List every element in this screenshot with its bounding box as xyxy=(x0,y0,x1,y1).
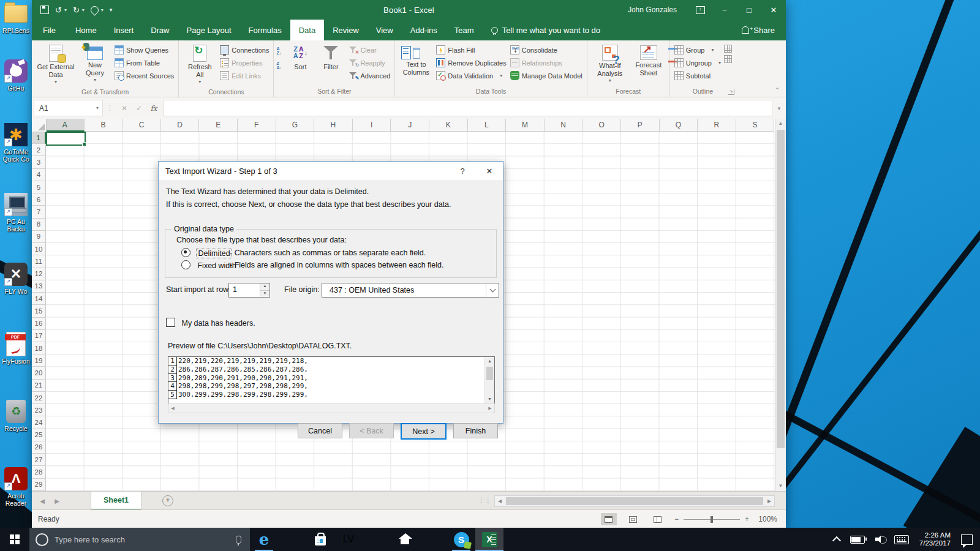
taskbar-app-internet-explorer[interactable] xyxy=(363,528,391,551)
scroll-down-icon[interactable]: ▼ xyxy=(775,481,786,491)
column-header-s[interactable]: S xyxy=(736,119,775,132)
undo-icon[interactable]: ↺ xyxy=(55,6,62,14)
signed-in-user[interactable]: John Gonzales xyxy=(628,6,677,14)
tab-insert[interactable]: Insert xyxy=(105,20,143,40)
row-header-1[interactable]: 1 xyxy=(32,132,46,144)
new-query-button[interactable]: New Query▾ xyxy=(77,42,113,86)
what-if-analysis-button[interactable]: What-If Analysis▾ xyxy=(590,42,630,86)
forecast-sheet-button[interactable]: Forecast Sheet xyxy=(630,42,667,78)
vertical-scrollbar[interactable]: ▲ ▼ xyxy=(775,119,786,491)
scroll-up-icon[interactable]: ▲ xyxy=(775,119,786,129)
row-header-25[interactable]: 25 xyxy=(32,429,46,441)
connections-button[interactable]: Connections xyxy=(218,43,271,56)
tab-formulas[interactable]: Formulas xyxy=(240,20,290,40)
tab-draw[interactable]: Draw xyxy=(142,20,178,40)
dialog-close-button[interactable]: ✕ xyxy=(476,162,503,180)
row-header-20[interactable]: 20 xyxy=(32,367,46,379)
name-box[interactable]: A1 ▾ xyxy=(34,100,103,116)
row-header-12[interactable]: 12 xyxy=(32,268,46,280)
next-button[interactable]: Next > xyxy=(401,423,447,440)
show-queries-button[interactable]: Show Queries xyxy=(113,43,176,56)
next-sheet-icon[interactable]: ▶ xyxy=(49,492,65,510)
row-header-17[interactable]: 17 xyxy=(32,330,46,342)
flash-fill-button[interactable]: Flash Fill xyxy=(434,43,508,56)
taskbar-app-skype[interactable]: S xyxy=(447,528,475,551)
tell-me-box[interactable]: Tell me what you want to do xyxy=(483,20,609,40)
row-header-22[interactable]: 22 xyxy=(32,392,46,404)
column-header-h[interactable]: H xyxy=(314,119,353,132)
column-header-p[interactable]: P xyxy=(621,119,660,132)
column-header-n[interactable]: N xyxy=(545,119,583,132)
ungroup-button[interactable]: Ungroup ▾ xyxy=(673,56,723,69)
cortana-icon[interactable] xyxy=(36,533,48,546)
tab-review[interactable]: Review xyxy=(324,20,368,40)
cancel-entry-icon[interactable]: ✕ xyxy=(117,104,132,113)
minimize-button[interactable]: − xyxy=(712,0,737,20)
save-icon[interactable] xyxy=(40,6,49,14)
advanced-filter-button[interactable]: ✎Advanced xyxy=(347,69,392,82)
sort-descending-button[interactable]: ZA↓ xyxy=(276,61,285,70)
taskbar-app-store[interactable] xyxy=(306,528,334,551)
row-header-15[interactable]: 15 xyxy=(32,305,46,317)
column-header-c[interactable]: C xyxy=(123,119,161,132)
taskbar-app-home[interactable] xyxy=(391,528,419,551)
desktop-icon-acrobat-reader[interactable]: Λ↗AcrobReader xyxy=(0,467,32,507)
select-all-corner[interactable] xyxy=(32,119,47,132)
taskbar-app-settings[interactable] xyxy=(419,528,447,551)
preview-horizontal-scrollbar[interactable]: ◀ ▶ xyxy=(168,403,495,413)
row-header-5[interactable]: 5 xyxy=(32,181,46,193)
column-header-f[interactable]: F xyxy=(238,119,276,132)
outline-dialog-launcher[interactable]: ↘ xyxy=(728,89,734,95)
row-header-21[interactable]: 21 xyxy=(32,380,46,392)
horizontal-scrollbar[interactable]: ◀ ▶ xyxy=(494,495,775,507)
insert-function-icon[interactable]: fx xyxy=(146,104,161,113)
tab-home[interactable]: Home xyxy=(67,20,105,40)
from-table-button[interactable]: From Table xyxy=(113,56,176,69)
vertical-scroll-thumb[interactable] xyxy=(777,130,785,448)
close-button[interactable]: ✕ xyxy=(761,0,786,20)
ribbon-display-options-button[interactable]: ↑ xyxy=(688,0,712,20)
previous-sheet-icon[interactable]: ◀ xyxy=(34,492,50,510)
name-box-dropdown-icon[interactable]: ▾ xyxy=(96,105,102,111)
row-header-2[interactable]: 2 xyxy=(32,144,46,156)
desktop-icon-fly-world[interactable]: ✕↗FLY Wo xyxy=(0,262,32,295)
group-button[interactable]: Group ▾ xyxy=(673,43,723,56)
subtotal-button[interactable]: Subtotal xyxy=(673,69,723,82)
column-header-l[interactable]: L xyxy=(468,119,507,132)
dialog-titlebar[interactable]: Text Import Wizard - Step 1 of 3 ? ✕ xyxy=(159,162,503,180)
column-header-g[interactable]: G xyxy=(276,119,315,132)
column-header-j[interactable]: J xyxy=(391,119,429,132)
speaker-icon[interactable] xyxy=(875,535,884,544)
column-header-m[interactable]: M xyxy=(506,119,545,132)
sort-button[interactable]: ZAAZ↓ Sort xyxy=(285,42,315,72)
preview-scroll-thumb[interactable] xyxy=(486,367,493,380)
microphone-icon[interactable] xyxy=(236,536,241,544)
zoom-level[interactable]: 100% xyxy=(754,515,777,523)
zoom-slider-thumb[interactable] xyxy=(710,516,713,523)
sort-ascending-button[interactable]: AZ↓ xyxy=(276,47,285,55)
column-header-b[interactable]: B xyxy=(85,119,123,132)
desktop-icon-github[interactable]: ↗GitHu xyxy=(0,59,32,92)
desktop-icon-flyfusion-pdf[interactable]: PDFFlyFusion xyxy=(0,332,32,365)
finish-button[interactable]: Finish xyxy=(453,423,498,438)
file-preview-box[interactable]: 1220,219,220,219,219,219,219,218,2286,28… xyxy=(168,356,495,404)
tab-view[interactable]: View xyxy=(368,20,402,40)
row-header-9[interactable]: 9 xyxy=(32,231,46,243)
headers-checkbox[interactable]: My data has headers. xyxy=(166,318,255,328)
row-header-8[interactable]: 8 xyxy=(32,219,46,231)
recent-sources-button[interactable]: Recent Sources xyxy=(113,69,176,82)
refresh-all-button[interactable]: Refresh All▾ xyxy=(181,42,218,88)
scroll-right-icon[interactable]: ▶ xyxy=(764,496,774,506)
formula-input[interactable] xyxy=(164,100,772,116)
tab-scroll-grip[interactable]: ⋮⋮ xyxy=(478,497,492,503)
start-button[interactable] xyxy=(0,528,29,551)
column-header-a[interactable]: A xyxy=(46,119,85,132)
preview-scroll-down-icon[interactable]: ▼ xyxy=(485,395,494,403)
page-layout-view-button[interactable] xyxy=(625,513,641,525)
column-header-r[interactable]: R xyxy=(698,119,736,132)
zoom-out-button[interactable]: − xyxy=(674,515,679,523)
row-header-4[interactable]: 4 xyxy=(32,169,46,181)
zoom-in-button[interactable]: + xyxy=(745,515,749,523)
taskbar-clock[interactable]: 2:26 AM 7/23/2017 xyxy=(919,531,951,547)
cancel-button[interactable]: Cancel xyxy=(298,423,342,438)
